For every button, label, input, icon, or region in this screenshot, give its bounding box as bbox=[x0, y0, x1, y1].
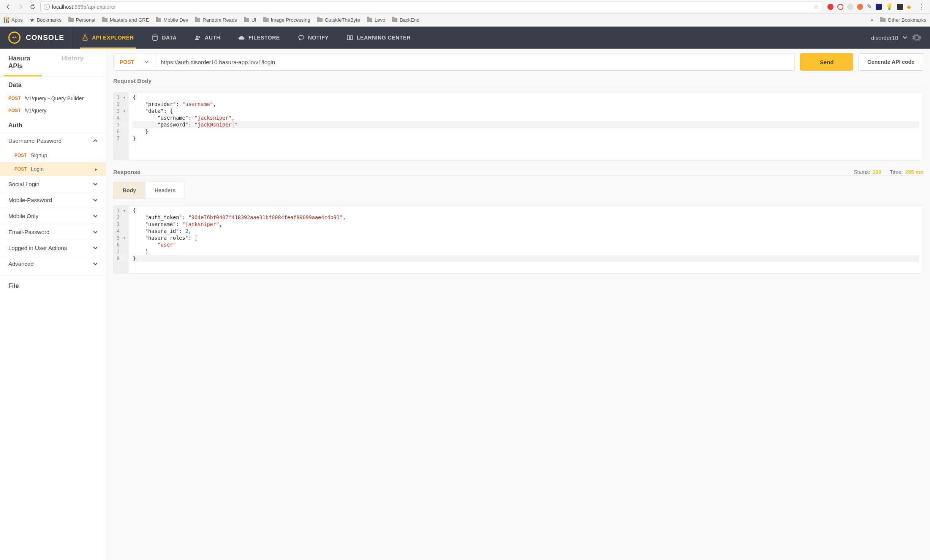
url-bar[interactable]: i localhost:9695/api-explorer ☆ bbox=[40, 2, 822, 12]
svg-point-2 bbox=[198, 36, 200, 38]
sidebar-group-mobile-password[interactable]: Mobile-Password bbox=[0, 192, 106, 208]
extension-icons: ✎ 💡 ◆ bbox=[825, 3, 913, 10]
sidebar-group-username-password[interactable]: Username-Password bbox=[0, 133, 106, 149]
bookmark-otb[interactable]: OutsideTheByte bbox=[317, 17, 360, 23]
bookmark-overflow[interactable]: » bbox=[871, 17, 873, 23]
sidebar: Hasura APIs History Data POST/v1/query -… bbox=[0, 49, 106, 560]
chevron-down-icon bbox=[93, 231, 98, 234]
request-body-label: Request Body bbox=[113, 78, 923, 84]
chevron-down-icon bbox=[903, 36, 907, 39]
method-select[interactable]: POST bbox=[114, 54, 155, 70]
browser-toolbar: i localhost:9695/api-explorer ☆ ✎ 💡 ◆ ⋮ bbox=[0, 0, 930, 14]
nav-auth[interactable]: AUTH bbox=[186, 27, 229, 49]
response-tab-headers[interactable]: Headers bbox=[146, 182, 185, 199]
flask-icon bbox=[82, 35, 88, 41]
sidebar-item-login[interactable]: POSTLogin ▸ bbox=[0, 162, 106, 176]
url-input[interactable] bbox=[155, 54, 794, 70]
abp-icon[interactable] bbox=[827, 4, 834, 10]
sidebar-section-data: Data bbox=[0, 76, 106, 92]
svg-point-1 bbox=[196, 36, 198, 38]
folder-icon bbox=[367, 18, 372, 22]
nav-learning[interactable]: LEARNING CENTER bbox=[338, 27, 420, 49]
url-path: /api-explorer bbox=[86, 4, 116, 10]
request-url-bar: POST bbox=[113, 53, 795, 71]
bookmark-personal[interactable]: Personal bbox=[68, 17, 95, 23]
send-button[interactable]: Send bbox=[800, 53, 853, 71]
folder-icon bbox=[392, 18, 397, 22]
sidebar-group-logged-in[interactable]: Logged in User Actions bbox=[0, 240, 106, 256]
svg-point-0 bbox=[153, 35, 157, 37]
sidebar-group-mobile-only[interactable]: Mobile Only bbox=[0, 208, 106, 224]
bookmark-bookmarks[interactable]: ★Bookmarks bbox=[30, 17, 62, 24]
ext-icon-9[interactable]: ◆ bbox=[907, 4, 911, 10]
bookmark-random[interactable]: Random Reads bbox=[195, 17, 237, 23]
chevron-down-icon bbox=[93, 247, 98, 250]
browser-menu-icon[interactable]: ⋮ bbox=[916, 3, 926, 11]
sidebar-group-advanced[interactable]: Advanced bbox=[0, 256, 106, 272]
back-button[interactable] bbox=[4, 2, 13, 11]
nav-api-explorer[interactable]: API EXPLORER bbox=[73, 27, 143, 49]
folder-icon bbox=[102, 18, 108, 22]
nav-filestore[interactable]: FILESTORE bbox=[229, 27, 289, 49]
bookmark-star-icon[interactable]: ☆ bbox=[814, 4, 819, 10]
sidebar-group-email-password[interactable]: Email-Password bbox=[0, 224, 106, 240]
book-icon bbox=[347, 35, 353, 41]
bookmark-ui[interactable]: UI bbox=[244, 17, 256, 23]
response-tab-body[interactable]: Body bbox=[113, 182, 146, 199]
bookmark-mobiledev[interactable]: Mobile Dev bbox=[156, 17, 188, 23]
bookmark-backend[interactable]: BackEnd bbox=[392, 17, 419, 23]
logo-text: CONSOLE bbox=[26, 33, 64, 42]
reload-button[interactable] bbox=[28, 2, 37, 11]
sidebar-item-query-builder[interactable]: POST/v1/query - Query Builder bbox=[0, 92, 106, 104]
sidebar-group-social[interactable]: Social Login bbox=[0, 176, 106, 192]
folder-icon bbox=[195, 18, 200, 22]
folder-icon bbox=[263, 18, 269, 22]
sidebar-item-query[interactable]: POST/v1/query bbox=[0, 104, 106, 117]
folder-icon bbox=[317, 18, 323, 22]
sidebar-tab-apis[interactable]: Hasura APIs bbox=[0, 49, 53, 76]
logo-icon bbox=[8, 32, 21, 44]
sidebar-section-auth: Auth bbox=[0, 117, 106, 133]
ublock-icon[interactable] bbox=[837, 4, 843, 10]
folder-icon bbox=[244, 18, 249, 22]
bookmark-imgproc[interactable]: Image Processing bbox=[263, 17, 310, 23]
ext-icon-8[interactable] bbox=[897, 4, 903, 10]
generate-api-code-button[interactable]: Generate API code bbox=[859, 53, 923, 71]
chevron-down-icon bbox=[93, 183, 98, 186]
folder-icon bbox=[880, 18, 886, 22]
nav-notify[interactable]: NOTIFY bbox=[289, 27, 338, 49]
url-port: :9695 bbox=[73, 4, 86, 10]
bookmark-levo[interactable]: Levo bbox=[367, 17, 385, 23]
react-icon[interactable] bbox=[876, 4, 882, 10]
chevron-down-icon bbox=[144, 60, 149, 63]
response-time: Time:285 ms bbox=[890, 169, 923, 175]
eyedropper-icon[interactable]: ✎ bbox=[867, 3, 872, 10]
app-header: CONSOLE API EXPLORER DATA AUTH FILESTORE… bbox=[0, 27, 930, 49]
chevron-right-icon: ▸ bbox=[95, 166, 98, 172]
gear-icon[interactable] bbox=[912, 33, 922, 43]
bookmark-other[interactable]: Other Bookmarks bbox=[880, 17, 926, 23]
url-host: localhost bbox=[52, 4, 73, 10]
bulb-icon[interactable]: 💡 bbox=[886, 3, 893, 10]
database-icon bbox=[152, 35, 158, 41]
sidebar-item-signup[interactable]: POSTSignup bbox=[0, 149, 106, 162]
nav-data[interactable]: DATA bbox=[143, 27, 186, 49]
response-status: Status:200 bbox=[854, 169, 881, 175]
user-menu[interactable]: disorder10 bbox=[863, 33, 930, 43]
site-info-icon[interactable]: i bbox=[44, 4, 50, 10]
bookmark-apps[interactable]: Apps bbox=[4, 17, 23, 23]
response-body-viewer[interactable]: 1 ▾2 3 4 5 ▾6 7 8 { "auth_token": "904e7… bbox=[113, 205, 923, 274]
chevron-down-icon bbox=[93, 215, 98, 218]
sidebar-section-file: File bbox=[0, 275, 106, 293]
logo[interactable]: CONSOLE bbox=[0, 27, 73, 49]
main-panel: POST Send Generate API code Request Body… bbox=[106, 49, 930, 560]
bookmark-masters[interactable]: Masters and GRE bbox=[102, 17, 149, 23]
ext-icon-3[interactable] bbox=[847, 4, 853, 10]
sidebar-tab-history[interactable]: History bbox=[53, 49, 106, 76]
request-body-editor[interactable]: 1 ▾2 3 ▾4 5 6 7 { "provider": "username"… bbox=[113, 92, 923, 160]
chevron-down-icon bbox=[93, 263, 98, 266]
forward-button[interactable] bbox=[16, 2, 25, 11]
ext-icon-4[interactable] bbox=[857, 4, 863, 10]
bookmarks-bar: Apps ★Bookmarks Personal Masters and GRE… bbox=[0, 14, 930, 27]
chevron-up-icon bbox=[93, 139, 98, 142]
